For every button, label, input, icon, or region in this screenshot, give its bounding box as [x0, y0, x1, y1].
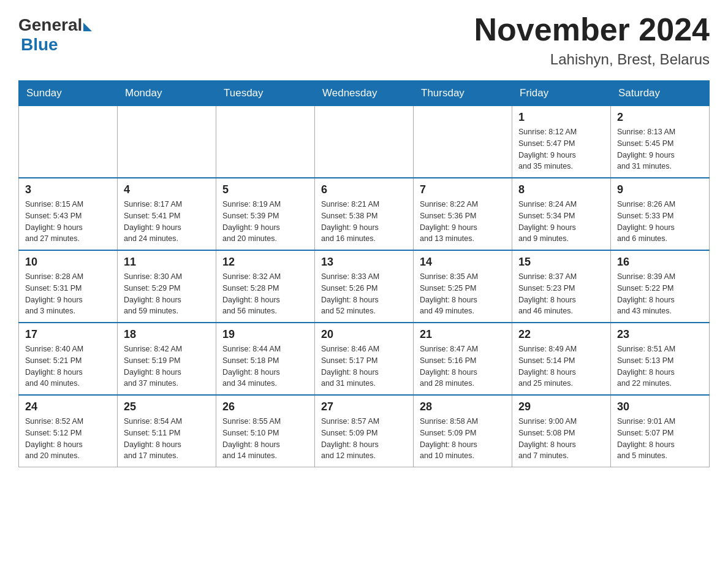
cell-day-number: 23 [617, 328, 703, 341]
cell-day-number: 29 [518, 400, 604, 413]
calendar-cell: 10Sunrise: 8:28 AM Sunset: 5:31 PM Dayli… [19, 250, 118, 323]
calendar-cell: 2Sunrise: 8:13 AM Sunset: 5:45 PM Daylig… [611, 106, 710, 178]
cell-sun-info: Sunrise: 8:44 AM Sunset: 5:18 PM Dayligh… [222, 343, 308, 389]
cell-sun-info: Sunrise: 8:28 AM Sunset: 5:31 PM Dayligh… [25, 271, 111, 317]
cell-sun-info: Sunrise: 8:49 AM Sunset: 5:14 PM Dayligh… [518, 343, 604, 389]
calendar-cell: 3Sunrise: 8:15 AM Sunset: 5:43 PM Daylig… [19, 178, 118, 250]
calendar-cell: 9Sunrise: 8:26 AM Sunset: 5:33 PM Daylig… [611, 178, 710, 250]
calendar-week-row: 10Sunrise: 8:28 AM Sunset: 5:31 PM Dayli… [19, 250, 710, 323]
cell-day-number: 11 [124, 256, 210, 269]
calendar-week-row: 17Sunrise: 8:40 AM Sunset: 5:21 PM Dayli… [19, 323, 710, 395]
calendar-cell: 25Sunrise: 8:54 AM Sunset: 5:11 PM Dayli… [118, 395, 216, 467]
calendar-cell: 21Sunrise: 8:47 AM Sunset: 5:16 PM Dayli… [414, 323, 512, 395]
cell-day-number: 6 [321, 183, 407, 196]
calendar-cell: 23Sunrise: 8:51 AM Sunset: 5:13 PM Dayli… [611, 323, 710, 395]
cell-day-number: 7 [420, 183, 506, 196]
cell-sun-info: Sunrise: 8:15 AM Sunset: 5:43 PM Dayligh… [25, 199, 111, 245]
day-header-wednesday: Wednesday [315, 81, 414, 106]
cell-day-number: 14 [420, 256, 506, 269]
calendar-cell: 6Sunrise: 8:21 AM Sunset: 5:38 PM Daylig… [315, 178, 414, 250]
cell-sun-info: Sunrise: 8:22 AM Sunset: 5:36 PM Dayligh… [420, 199, 506, 245]
cell-sun-info: Sunrise: 8:52 AM Sunset: 5:12 PM Dayligh… [25, 416, 111, 462]
calendar-cell: 14Sunrise: 8:35 AM Sunset: 5:25 PM Dayli… [414, 250, 512, 323]
cell-sun-info: Sunrise: 8:12 AM Sunset: 5:47 PM Dayligh… [518, 126, 604, 172]
cell-day-number: 5 [222, 183, 308, 196]
calendar-cell: 17Sunrise: 8:40 AM Sunset: 5:21 PM Dayli… [19, 323, 118, 395]
cell-day-number: 25 [124, 400, 210, 413]
calendar-cell: 15Sunrise: 8:37 AM Sunset: 5:23 PM Dayli… [512, 250, 611, 323]
calendar-week-row: 24Sunrise: 8:52 AM Sunset: 5:12 PM Dayli… [19, 395, 710, 467]
calendar-cell: 1Sunrise: 8:12 AM Sunset: 5:47 PM Daylig… [512, 106, 611, 178]
cell-sun-info: Sunrise: 8:21 AM Sunset: 5:38 PM Dayligh… [321, 199, 407, 245]
day-header-monday: Monday [118, 81, 216, 106]
calendar-cell: 4Sunrise: 8:17 AM Sunset: 5:41 PM Daylig… [118, 178, 216, 250]
calendar-cell [216, 106, 315, 178]
calendar-cell: 24Sunrise: 8:52 AM Sunset: 5:12 PM Dayli… [19, 395, 118, 467]
calendar-cell: 22Sunrise: 8:49 AM Sunset: 5:14 PM Dayli… [512, 323, 611, 395]
cell-sun-info: Sunrise: 9:00 AM Sunset: 5:08 PM Dayligh… [518, 416, 604, 462]
calendar-cell: 19Sunrise: 8:44 AM Sunset: 5:18 PM Dayli… [216, 323, 315, 395]
cell-day-number: 18 [124, 328, 210, 341]
logo-general-text: General [18, 15, 82, 35]
cell-day-number: 16 [617, 256, 703, 269]
cell-day-number: 13 [321, 256, 407, 269]
cell-day-number: 9 [617, 183, 703, 196]
cell-sun-info: Sunrise: 8:46 AM Sunset: 5:17 PM Dayligh… [321, 343, 407, 389]
cell-sun-info: Sunrise: 8:32 AM Sunset: 5:28 PM Dayligh… [222, 271, 308, 317]
cell-sun-info: Sunrise: 8:42 AM Sunset: 5:19 PM Dayligh… [124, 343, 210, 389]
calendar-cell [118, 106, 216, 178]
cell-day-number: 2 [617, 111, 703, 124]
logo-arrow-icon [83, 23, 92, 31]
calendar-cell: 16Sunrise: 8:39 AM Sunset: 5:22 PM Dayli… [611, 250, 710, 323]
cell-day-number: 3 [25, 183, 111, 196]
calendar-cell: 7Sunrise: 8:22 AM Sunset: 5:36 PM Daylig… [414, 178, 512, 250]
logo-blue-text: Blue [21, 35, 58, 55]
cell-sun-info: Sunrise: 8:54 AM Sunset: 5:11 PM Dayligh… [124, 416, 210, 462]
day-header-saturday: Saturday [611, 81, 710, 106]
cell-day-number: 20 [321, 328, 407, 341]
cell-day-number: 27 [321, 400, 407, 413]
cell-sun-info: Sunrise: 8:57 AM Sunset: 5:09 PM Dayligh… [321, 416, 407, 462]
calendar-cell: 11Sunrise: 8:30 AM Sunset: 5:29 PM Dayli… [118, 250, 216, 323]
cell-day-number: 30 [617, 400, 703, 413]
day-header-tuesday: Tuesday [216, 81, 315, 106]
cell-sun-info: Sunrise: 8:40 AM Sunset: 5:21 PM Dayligh… [25, 343, 111, 389]
page-header: General Blue November 2024 Lahishyn, Bre… [18, 12, 710, 68]
cell-day-number: 24 [25, 400, 111, 413]
cell-sun-info: Sunrise: 8:37 AM Sunset: 5:23 PM Dayligh… [518, 271, 604, 317]
cell-day-number: 12 [222, 256, 308, 269]
logo: General Blue [18, 12, 92, 55]
cell-sun-info: Sunrise: 8:13 AM Sunset: 5:45 PM Dayligh… [617, 126, 703, 172]
day-header-thursday: Thursday [414, 81, 512, 106]
cell-day-number: 4 [124, 183, 210, 196]
calendar-subtitle: Lahishyn, Brest, Belarus [474, 51, 710, 68]
cell-day-number: 10 [25, 256, 111, 269]
cell-day-number: 1 [518, 111, 604, 124]
calendar-cell: 30Sunrise: 9:01 AM Sunset: 5:07 PM Dayli… [611, 395, 710, 467]
calendar-cell: 29Sunrise: 9:00 AM Sunset: 5:08 PM Dayli… [512, 395, 611, 467]
cell-day-number: 15 [518, 256, 604, 269]
calendar-cell: 5Sunrise: 8:19 AM Sunset: 5:39 PM Daylig… [216, 178, 315, 250]
cell-sun-info: Sunrise: 9:01 AM Sunset: 5:07 PM Dayligh… [617, 416, 703, 462]
calendar-cell: 18Sunrise: 8:42 AM Sunset: 5:19 PM Dayli… [118, 323, 216, 395]
cell-day-number: 21 [420, 328, 506, 341]
cell-day-number: 26 [222, 400, 308, 413]
calendar-header-row: SundayMondayTuesdayWednesdayThursdayFrid… [19, 81, 710, 106]
title-section: November 2024 Lahishyn, Brest, Belarus [474, 12, 710, 68]
cell-sun-info: Sunrise: 8:30 AM Sunset: 5:29 PM Dayligh… [124, 271, 210, 317]
cell-sun-info: Sunrise: 8:47 AM Sunset: 5:16 PM Dayligh… [420, 343, 506, 389]
cell-sun-info: Sunrise: 8:55 AM Sunset: 5:10 PM Dayligh… [222, 416, 308, 462]
calendar-week-row: 3Sunrise: 8:15 AM Sunset: 5:43 PM Daylig… [19, 178, 710, 250]
day-header-friday: Friday [512, 81, 611, 106]
cell-day-number: 28 [420, 400, 506, 413]
calendar-cell [414, 106, 512, 178]
cell-day-number: 19 [222, 328, 308, 341]
cell-day-number: 8 [518, 183, 604, 196]
day-header-sunday: Sunday [19, 81, 118, 106]
cell-sun-info: Sunrise: 8:17 AM Sunset: 5:41 PM Dayligh… [124, 199, 210, 245]
cell-day-number: 17 [25, 328, 111, 341]
cell-day-number: 22 [518, 328, 604, 341]
cell-sun-info: Sunrise: 8:19 AM Sunset: 5:39 PM Dayligh… [222, 199, 308, 245]
calendar-week-row: 1Sunrise: 8:12 AM Sunset: 5:47 PM Daylig… [19, 106, 710, 178]
calendar-cell: 13Sunrise: 8:33 AM Sunset: 5:26 PM Dayli… [315, 250, 414, 323]
